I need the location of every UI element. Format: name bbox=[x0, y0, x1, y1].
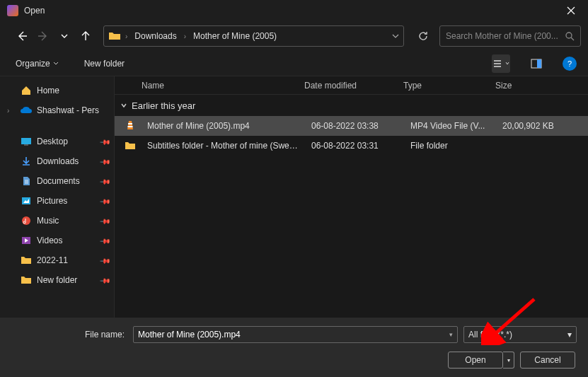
vlc-icon bbox=[123, 120, 137, 132]
close-icon bbox=[567, 6, 575, 15]
cancel-button[interactable]: Cancel bbox=[520, 352, 575, 369]
forward-button[interactable] bbox=[34, 27, 52, 45]
column-date[interactable]: Date modified bbox=[299, 81, 398, 91]
pin-icon: 📌 bbox=[100, 156, 111, 167]
folder-icon bbox=[20, 276, 33, 284]
file-list: Name Date modified Type Size Earlier thi… bbox=[115, 76, 588, 325]
svg-rect-8 bbox=[128, 123, 132, 124]
pictures-icon bbox=[20, 197, 33, 205]
folder-icon bbox=[108, 31, 121, 41]
pin-icon: 📌 bbox=[100, 255, 111, 266]
chevron-down-icon bbox=[53, 61, 59, 66]
file-date: 06-08-2022 03:31 bbox=[306, 141, 405, 151]
chevron-right-icon: › bbox=[184, 33, 186, 40]
help-button[interactable]: ? bbox=[563, 57, 577, 71]
pin-icon: 📌 bbox=[100, 195, 111, 207]
sidebar: Home › Shashwat - Pers Desktop 📌 Downloa… bbox=[0, 76, 115, 325]
folder-icon bbox=[20, 256, 33, 265]
sidebar-home[interactable]: Home bbox=[0, 81, 114, 100]
file-size: 20,00,902 KB bbox=[497, 121, 588, 131]
file-row[interactable]: Mother of Mine (2005).mp4 06-08-2022 03:… bbox=[115, 116, 588, 136]
file-row[interactable]: Subtitles folder - Mother of mine (Swede… bbox=[115, 136, 588, 156]
column-name[interactable]: Name bbox=[136, 81, 299, 91]
pin-icon: 📌 bbox=[100, 235, 111, 246]
sidebar-downloads[interactable]: Downloads 📌 bbox=[0, 151, 114, 171]
sidebar-pictures[interactable]: Pictures 📌 bbox=[0, 191, 114, 211]
app-icon bbox=[7, 5, 18, 16]
desktop-icon bbox=[20, 137, 33, 146]
breadcrumb-downloads[interactable]: Downloads bbox=[132, 30, 179, 42]
titlebar: Open bbox=[0, 0, 588, 21]
file-type: File folder bbox=[405, 141, 497, 151]
music-icon bbox=[20, 216, 33, 226]
organize-button[interactable]: Organize bbox=[11, 56, 63, 71]
filename-input[interactable]: Mother of Mine (2005).mp4 ▾ bbox=[133, 326, 458, 343]
downloads-icon bbox=[20, 156, 33, 166]
svg-rect-9 bbox=[128, 126, 133, 127]
column-size[interactable]: Size bbox=[490, 81, 588, 91]
file-type: MP4 Video File (V... bbox=[405, 121, 497, 131]
file-type-filter[interactable]: All files (*.*) ▾ bbox=[463, 326, 577, 343]
search-icon bbox=[565, 31, 575, 41]
sidebar-new-folder[interactable]: New folder 📌 bbox=[0, 270, 114, 290]
up-button[interactable] bbox=[76, 27, 95, 45]
filename-label: File name: bbox=[85, 330, 125, 340]
chevron-down-icon: ▾ bbox=[567, 330, 572, 340]
new-folder-button[interactable]: New folder bbox=[80, 56, 129, 71]
documents-icon bbox=[20, 176, 33, 186]
search-box[interactable]: Search Mother of Mine (200... bbox=[439, 25, 581, 47]
videos-icon bbox=[20, 236, 33, 245]
window-title: Open bbox=[24, 6, 557, 16]
open-button[interactable]: Open bbox=[448, 352, 503, 369]
onedrive-icon bbox=[20, 106, 33, 115]
sidebar-folder-1[interactable]: 2022-11 📌 bbox=[0, 250, 114, 270]
sidebar-personal[interactable]: › Shashwat - Pers bbox=[0, 100, 114, 120]
svg-rect-3 bbox=[21, 138, 31, 144]
navbar: › Downloads › Mother of Mine (2005) Sear… bbox=[0, 21, 588, 51]
pin-icon: 📌 bbox=[100, 215, 111, 226]
column-type[interactable]: Type bbox=[398, 81, 490, 91]
address-dropdown[interactable] bbox=[392, 33, 399, 40]
sidebar-desktop[interactable]: Desktop 📌 bbox=[0, 132, 114, 151]
folder-icon bbox=[123, 141, 137, 150]
recent-dropdown[interactable] bbox=[55, 27, 74, 45]
home-icon bbox=[20, 86, 33, 95]
column-headers: Name Date modified Type Size bbox=[115, 76, 588, 95]
file-date: 06-08-2022 03:38 bbox=[306, 121, 405, 131]
pin-icon: 📌 bbox=[100, 136, 111, 147]
address-bar[interactable]: › Downloads › Mother of Mine (2005) bbox=[103, 25, 404, 47]
chevron-down-icon[interactable]: ▾ bbox=[449, 331, 453, 338]
refresh-button[interactable] bbox=[413, 25, 434, 47]
back-button[interactable] bbox=[13, 27, 31, 45]
svg-rect-4 bbox=[24, 144, 28, 146]
pin-icon: 📌 bbox=[100, 274, 111, 286]
close-button[interactable] bbox=[557, 0, 585, 21]
chevron-right-icon: › bbox=[125, 33, 127, 40]
svg-rect-2 bbox=[537, 59, 541, 68]
footer: File name: Mother of Mine (2005).mp4 ▾ A… bbox=[0, 318, 588, 377]
toolbar: Organize New folder ? bbox=[0, 51, 588, 76]
sidebar-music[interactable]: Music 📌 bbox=[0, 211, 114, 231]
open-dropdown[interactable]: ▾ bbox=[503, 352, 514, 369]
view-list-button[interactable] bbox=[492, 54, 510, 73]
sidebar-videos[interactable]: Videos 📌 bbox=[0, 231, 114, 250]
pin-icon: 📌 bbox=[100, 175, 111, 187]
search-placeholder: Search Mother of Mine (200... bbox=[446, 31, 560, 41]
chevron-down-icon bbox=[120, 102, 127, 109]
sidebar-documents[interactable]: Documents 📌 bbox=[0, 171, 114, 191]
preview-pane-button[interactable] bbox=[527, 54, 546, 73]
svg-point-6 bbox=[22, 216, 30, 225]
file-name: Subtitles folder - Mother of mine (Swede… bbox=[142, 141, 306, 151]
svg-point-0 bbox=[566, 33, 572, 38]
file-name: Mother of Mine (2005).mp4 bbox=[142, 121, 306, 131]
breadcrumb-current[interactable]: Mother of Mine (2005) bbox=[190, 30, 279, 42]
group-header[interactable]: Earlier this year bbox=[115, 95, 588, 116]
chevron-right-icon: › bbox=[7, 107, 16, 115]
